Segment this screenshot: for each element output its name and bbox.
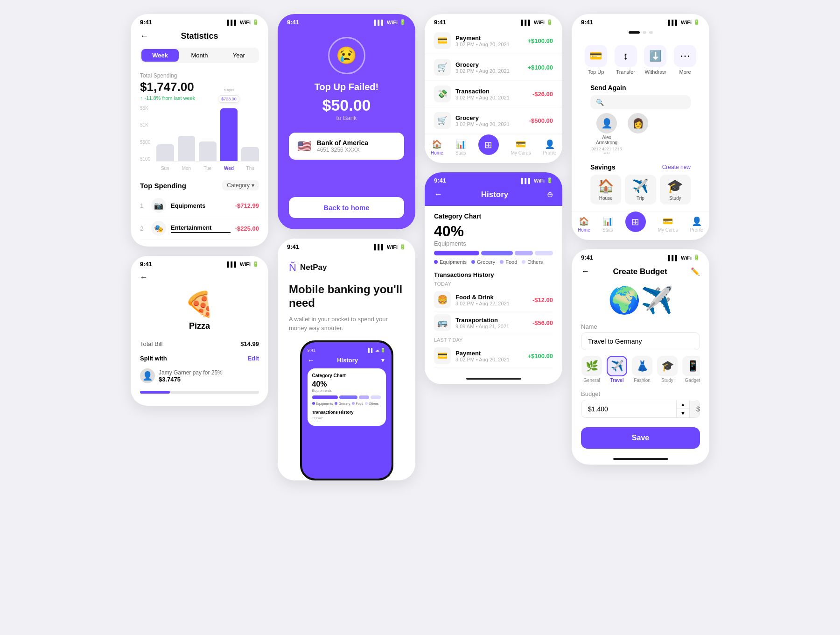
history-txn-2[interactable]: 🚌 Transportation 9:09 AM • Aug 21, 2021 …: [434, 311, 553, 334]
name-input[interactable]: [581, 332, 700, 350]
status-bar-2: 9:41 ▌▌▌ WiFi 🔋: [131, 256, 268, 269]
increment-btn[interactable]: ▲: [677, 400, 689, 409]
cat-travel[interactable]: ✈️ Travel: [606, 356, 628, 383]
nav-qr[interactable]: ⊞: [478, 139, 499, 155]
battery-icon: 🔋: [252, 19, 259, 25]
savings-house-label: House: [599, 196, 613, 201]
cat-gadget[interactable]: 📱 Gadget: [682, 356, 700, 383]
wallet-nav-qr[interactable]: ⊞: [625, 216, 646, 233]
txn-item-2[interactable]: 🛒 Grocery 3:02 PM • Aug 20, 2021 +$100.0…: [425, 54, 562, 81]
y-label-100: $100: [140, 156, 150, 162]
cat-study[interactable]: 🎓 Study: [657, 356, 678, 383]
create-new-btn[interactable]: Create new: [662, 164, 691, 170]
nav-cards[interactable]: 💳 My Cards: [511, 139, 531, 155]
nav-profile[interactable]: 👤 Profile: [543, 139, 556, 155]
transport-icon: 🚌: [434, 314, 451, 331]
dot-equip: [434, 260, 438, 264]
transfer-icon-wrap: ↕️: [615, 45, 637, 67]
history-back-btn[interactable]: ←: [434, 190, 442, 199]
stats-icon: 📊: [455, 139, 466, 149]
savings-trip[interactable]: ✈️ Trip: [625, 175, 656, 205]
category-dropdown[interactable]: Category ▾: [222, 180, 259, 190]
nav-stats[interactable]: 📊 Stats: [455, 139, 466, 155]
wallet-nav-stats[interactable]: 📊 Stats: [602, 216, 613, 233]
payment-icon-2: 💳: [434, 347, 451, 364]
contact-2[interactable]: 👩: [628, 113, 648, 156]
bar-date: 5 April: [224, 88, 234, 92]
equip-amount: -$712.99: [235, 202, 259, 209]
history-txn-1[interactable]: 🍔 Food & Drink 3:02 PM • Aug 22, 2021 -$…: [434, 289, 553, 311]
decrement-btn[interactable]: ▼: [677, 409, 689, 417]
wallet-nav-home[interactable]: 🏠 Home: [578, 216, 590, 233]
save-button[interactable]: Save: [581, 427, 700, 449]
savings-section: Savings Create new 🏠 House ✈️ Trip 🎓 Stu…: [581, 161, 700, 207]
txn-item-1[interactable]: 💳 Payment 3:02 PM • Aug 20, 2021 +$100.0…: [425, 28, 562, 54]
wallet-nav-cards[interactable]: 💳 My Cards: [658, 216, 678, 233]
person-name: Jamy Garner pay for 25%: [159, 369, 259, 376]
more-label: More: [679, 69, 691, 75]
mockup-today-label: TODAY: [312, 416, 381, 420]
wifi-icon-4: WiFi: [387, 244, 398, 250]
total-bill-value: $14.99: [240, 340, 259, 347]
action-topup[interactable]: 💳 Top Up: [585, 45, 607, 75]
cat-bar-others: [535, 251, 553, 255]
wallet-nav-profile[interactable]: 👤 Profile: [690, 216, 703, 233]
history-txn-amount-1: -$12.00: [532, 296, 553, 303]
wallet-home-icon: 🏠: [579, 216, 589, 226]
wallet-stats-icon: 📊: [602, 216, 613, 226]
action-more[interactable]: ⋯ More: [674, 45, 696, 75]
qr-icon: ⊞: [484, 139, 492, 150]
history-body: Category Chart 40% Equipments Equipments…: [425, 206, 562, 374]
house-icon: 🏠: [598, 178, 614, 194]
netpay-body: Ñ NetPay Mobile banking you'll need A wa…: [278, 252, 415, 480]
stats-header: ← Statistics: [131, 28, 268, 43]
bar-wed[interactable]: 5 April $723.00: [220, 108, 238, 161]
tab-month[interactable]: Month: [181, 49, 218, 62]
chart-y-labels: $5K $1K $500 $100: [140, 106, 150, 162]
txn-name-3: Transaction: [455, 88, 528, 95]
txn-item-3[interactable]: 💸 Transaction 3:02 PM • Aug 20, 2021 -$2…: [425, 81, 562, 107]
budget-back-btn[interactable]: ←: [581, 267, 589, 276]
entertainment-amount: -$225.00: [235, 225, 259, 232]
budget-amount-input[interactable]: [581, 401, 676, 417]
savings-grid: 🏠 House ✈️ Trip 🎓 Study: [590, 175, 691, 205]
signal-icon-3: ▌▌▌: [374, 20, 385, 25]
cat-fashion[interactable]: 👗 Fashion: [631, 356, 653, 383]
history-txn-3[interactable]: 💳 Payment 3:02 PM • Aug 20, 2021 +$100.0…: [434, 345, 553, 367]
back-button-2[interactable]: ←: [140, 273, 147, 282]
qr-button[interactable]: ⊞: [478, 134, 499, 155]
cat-fashion-label: Fashion: [634, 378, 651, 383]
action-withdraw[interactable]: ⬇️ Withdraw: [644, 45, 666, 75]
savings-house[interactable]: 🏠 House: [590, 175, 621, 205]
back-to-home-button[interactable]: Back to home: [289, 197, 404, 218]
mockup-status: 9:41 ▌▌ ☁ 🔋: [308, 348, 386, 353]
wallet-qr-btn[interactable]: ⊞: [625, 212, 646, 232]
legend-label-others: Others: [527, 259, 543, 265]
contact-alex[interactable]: 👤 Alex Armstrong 9212 4221 1215 ****: [590, 113, 623, 156]
savings-study[interactable]: 🎓 Study: [660, 175, 691, 205]
txn-item-4[interactable]: 🛒 Grocery 3:02 PM • Aug 20, 2021 -$500.0…: [425, 107, 562, 134]
budget-edit-icon[interactable]: ✏️: [691, 267, 700, 276]
tab-week[interactable]: Week: [141, 49, 179, 62]
back-button-1[interactable]: ←: [140, 31, 148, 41]
mockup-bar-1: [312, 395, 338, 399]
txn-list-body: 💳 Payment 3:02 PM • Aug 20, 2021 +$100.0…: [425, 28, 562, 134]
status-icons-5: ▌▌▌ WiFi 🔋: [521, 19, 553, 25]
action-transfer[interactable]: ↕️ Transfer: [615, 45, 637, 75]
alex-name: Alex Armstrong: [593, 135, 621, 145]
cat-travel-icon: ✈️: [607, 356, 627, 376]
txn-amount-2: +$100.00: [527, 64, 553, 71]
cat-fashion-icon: 👗: [632, 356, 652, 376]
netpay-screen: 9:41 ▌▌▌ WiFi 🔋 Ñ NetPay Mobile banking …: [278, 239, 415, 480]
history-filter-icon[interactable]: ⊖: [547, 190, 553, 199]
cat-general[interactable]: 🌿 General: [581, 356, 602, 383]
status-icons-3: ▌▌▌ WiFi 🔋: [374, 19, 406, 25]
nav-home[interactable]: 🏠 Home: [431, 139, 443, 155]
battery-icon-3: 🔋: [399, 19, 406, 25]
search-wrap[interactable]: 🔍: [590, 95, 691, 109]
tab-year[interactable]: Year: [220, 49, 258, 62]
txn-amount-3: -$26.00: [532, 91, 553, 98]
mockup-bar-3: [359, 395, 369, 399]
mockup-header: ← History ▼: [308, 356, 386, 365]
split-edit-btn[interactable]: Edit: [247, 355, 259, 362]
